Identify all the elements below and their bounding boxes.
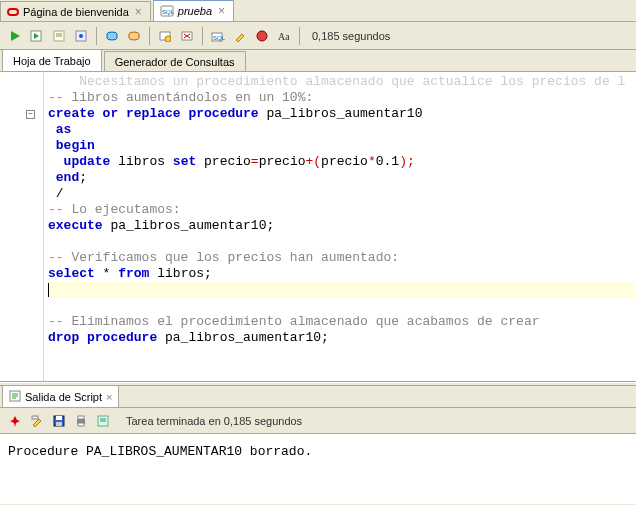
worksheet-tabs: Hoja de Trabajo Generador de Consultas: [0, 50, 636, 72]
code-editor[interactable]: − Necesitamos un procedimiento almacenad…: [0, 72, 636, 382]
commit-button[interactable]: [103, 27, 121, 45]
code-line: [48, 282, 636, 298]
close-icon[interactable]: ×: [216, 4, 227, 18]
edit-button[interactable]: [231, 27, 249, 45]
svg-rect-29: [56, 422, 62, 426]
task-button[interactable]: [94, 412, 112, 430]
code-line: begin: [48, 138, 636, 154]
code-line: -- libros aumentándolos en un 10%:: [48, 90, 636, 106]
svg-point-14: [165, 36, 171, 42]
svg-rect-28: [56, 416, 62, 420]
svg-rect-0: [8, 9, 18, 15]
output-status: Tarea terminada en 0,185 segundos: [126, 415, 302, 427]
script-output-icon: [9, 390, 21, 404]
code-line: end;: [48, 170, 636, 186]
svg-text:SQL: SQL: [162, 9, 174, 15]
tab-worksheet[interactable]: Hoja de Trabajo: [2, 49, 102, 71]
code-line: [48, 234, 636, 250]
tab-welcome[interactable]: Página de bienvenida ×: [0, 1, 151, 21]
print-button[interactable]: [72, 412, 90, 430]
separator: [202, 27, 203, 45]
separator: [299, 27, 300, 45]
explain-button[interactable]: [50, 27, 68, 45]
tab-label: Generador de Consultas: [115, 56, 235, 68]
tab-label: Salida de Script: [25, 391, 102, 403]
output-line: Procedure PA_LIBROS_AUMENTAR10 borrado.: [8, 444, 628, 459]
code-line: Necesitamos un procedimiento almacenado …: [48, 74, 636, 90]
sql-history-button[interactable]: SQL: [209, 27, 227, 45]
output-toolbar: Tarea terminada en 0,185 segundos: [0, 408, 636, 434]
case-button[interactable]: Aa: [275, 27, 293, 45]
close-icon[interactable]: ×: [133, 5, 144, 19]
svg-rect-32: [78, 423, 84, 426]
pin-button[interactable]: [6, 412, 24, 430]
svg-marker-3: [11, 31, 20, 41]
run-script-button[interactable]: [28, 27, 46, 45]
code-area[interactable]: Necesitamos un procedimiento almacenado …: [44, 72, 636, 381]
editor-gutter: −: [0, 72, 44, 381]
svg-rect-26: [32, 416, 38, 419]
clear-output-button[interactable]: [28, 412, 46, 430]
code-line: update libros set precio=precio+(precio*…: [48, 154, 636, 170]
tab-query-builder[interactable]: Generador de Consultas: [104, 51, 246, 71]
script-output-body[interactable]: Procedure PA_LIBROS_AUMENTAR10 borrado.: [0, 434, 636, 504]
run-button[interactable]: [6, 27, 24, 45]
svg-point-20: [257, 31, 267, 41]
code-line: /: [48, 186, 636, 202]
code-line: [48, 298, 636, 314]
code-line: -- Verificamos que los precios han aumen…: [48, 250, 636, 266]
svg-text:Aa: Aa: [278, 31, 290, 42]
svg-text:SQL: SQL: [213, 35, 225, 41]
tab-label: prueba: [178, 5, 212, 17]
svg-rect-31: [78, 416, 84, 419]
svg-point-10: [79, 34, 83, 38]
clear-button[interactable]: [178, 27, 196, 45]
output-tabs-bar: Salida de Script ×: [0, 386, 636, 408]
autotrace-button[interactable]: [72, 27, 90, 45]
tab-script-output[interactable]: Salida de Script ×: [2, 385, 119, 407]
code-line: -- Lo ejecutamos:: [48, 202, 636, 218]
code-line: select * from libros;: [48, 266, 636, 282]
code-line: -- Eliminamos el procedimiento almacenad…: [48, 314, 636, 330]
tab-label: Hoja de Trabajo: [13, 55, 91, 67]
separator: [96, 27, 97, 45]
save-output-button[interactable]: [50, 412, 68, 430]
rollback-button[interactable]: [125, 27, 143, 45]
tab-label: Página de bienvenida: [23, 6, 129, 18]
tab-prueba[interactable]: SQL prueba ×: [153, 0, 234, 21]
code-line: execute pa_libros_aumentar10;: [48, 218, 636, 234]
toolbar-status: 0,185 segundos: [312, 30, 390, 42]
fold-icon[interactable]: −: [26, 110, 35, 119]
sql-icon: SQL: [160, 5, 174, 17]
format-button[interactable]: [253, 27, 271, 45]
code-line: as: [48, 122, 636, 138]
main-toolbar: SQL Aa 0,185 segundos: [0, 22, 636, 50]
file-tabs-bar: Página de bienvenida × SQL prueba ×: [0, 0, 636, 22]
close-icon[interactable]: ×: [106, 391, 112, 403]
separator: [149, 27, 150, 45]
unshared-button[interactable]: [156, 27, 174, 45]
oracle-icon: [7, 6, 19, 18]
code-line: drop procedure pa_libros_aumentar10;: [48, 330, 636, 346]
code-line: create or replace procedure pa_libros_au…: [48, 106, 636, 122]
